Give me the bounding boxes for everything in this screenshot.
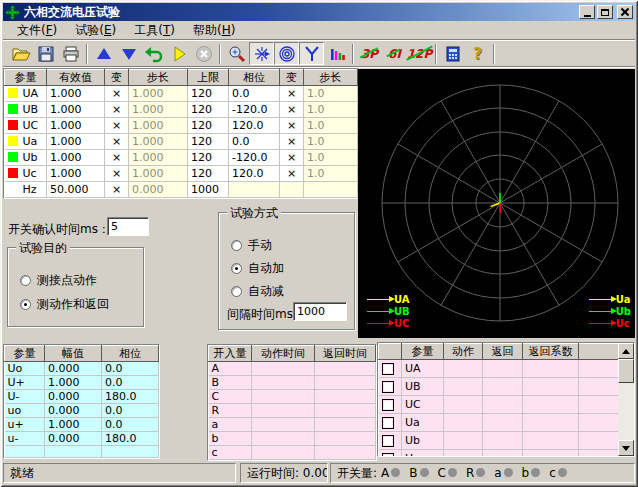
mode-12p-button[interactable]: 12P xyxy=(407,42,432,65)
scroll-down-button[interactable] xyxy=(618,440,634,456)
col-header[interactable]: 参量 xyxy=(5,70,47,86)
vary-cell[interactable]: × xyxy=(105,102,129,118)
radio-button-icon[interactable] xyxy=(20,275,31,286)
interval-input[interactable] xyxy=(293,302,347,321)
row-checkbox[interactable] xyxy=(382,453,394,457)
step-up-button[interactable] xyxy=(91,42,116,65)
step-cell[interactable]: 1.0 xyxy=(304,166,358,182)
print-button[interactable] xyxy=(58,42,83,65)
rms-cell[interactable]: 1.000 xyxy=(47,118,105,134)
vary-cell[interactable]: × xyxy=(280,118,304,134)
mode-3p-button[interactable]: 3P xyxy=(357,42,382,65)
vary-cell[interactable]: × xyxy=(105,134,129,150)
harmonics-button[interactable] xyxy=(324,42,349,65)
radio-button-icon[interactable] xyxy=(231,240,242,251)
row-checkbox[interactable] xyxy=(382,399,394,411)
radio-button-icon[interactable] xyxy=(231,286,242,297)
rms-cell[interactable]: 50.000 xyxy=(47,182,105,198)
col-header[interactable]: 返回时间 xyxy=(315,346,376,362)
vary-cell[interactable]: × xyxy=(105,118,129,134)
vary-cell[interactable]: × xyxy=(105,150,129,166)
step-cell[interactable]: 1.000 xyxy=(129,150,188,166)
limit-cell[interactable]: 120 xyxy=(188,150,229,166)
limit-cell[interactable]: 120 xyxy=(188,102,229,118)
reset-button[interactable] xyxy=(141,42,166,65)
step-cell[interactable]: 1.0 xyxy=(304,118,358,134)
col-header[interactable]: 开入量 xyxy=(209,346,252,362)
radio-auto-decrease[interactable]: 自动减 xyxy=(231,283,284,300)
col-header[interactable]: 变 xyxy=(280,70,304,86)
radio-button-icon[interactable] xyxy=(20,299,31,310)
step-cell[interactable]: 1.0 xyxy=(304,86,358,102)
close-button[interactable] xyxy=(617,5,633,19)
radio-test-act-return[interactable]: 测动作和返回 xyxy=(20,296,109,313)
phase-cell[interactable]: 120.0 xyxy=(229,118,280,134)
col-header[interactable]: 相位 xyxy=(229,70,280,86)
radio-test-contact[interactable]: 测接点动作 xyxy=(20,272,97,289)
spiral-view-button[interactable] xyxy=(274,42,299,65)
limit-cell[interactable]: 120 xyxy=(188,86,229,102)
step-cell[interactable]: 1.000 xyxy=(129,166,188,182)
limit-cell[interactable]: 120 xyxy=(188,166,229,182)
col-header[interactable]: 返回系数 xyxy=(523,344,579,360)
menu-item-test[interactable]: 试验(E) xyxy=(67,20,124,41)
maximize-button[interactable] xyxy=(597,5,613,19)
calculator-button[interactable] xyxy=(440,42,465,65)
phase-cell[interactable]: 0.0 xyxy=(229,86,280,102)
app-icon[interactable] xyxy=(5,5,20,20)
col-header[interactable]: 返回 xyxy=(483,344,523,360)
rms-cell[interactable]: 1.000 xyxy=(47,102,105,118)
rms-cell[interactable]: 1.000 xyxy=(47,134,105,150)
open-button[interactable] xyxy=(8,42,33,65)
phasor-view-button[interactable] xyxy=(249,42,274,65)
step-cell[interactable]: 1.0 xyxy=(304,102,358,118)
limit-cell[interactable]: 1000 xyxy=(188,182,229,198)
col-header[interactable]: 幅值 xyxy=(45,346,102,362)
step-cell[interactable]: 1.000 xyxy=(129,134,188,150)
vary-cell[interactable]: × xyxy=(280,134,304,150)
row-checkbox[interactable] xyxy=(382,417,394,429)
menu-item-tools[interactable]: 工具(T) xyxy=(126,20,183,41)
radio-button-icon[interactable] xyxy=(231,263,242,274)
row-checkbox[interactable] xyxy=(382,363,394,375)
step-cell[interactable]: 1.000 xyxy=(129,118,188,134)
scroll-up-button[interactable] xyxy=(618,343,634,359)
scrollbar[interactable] xyxy=(618,343,634,456)
limit-cell[interactable]: 120 xyxy=(188,118,229,134)
phase-cell[interactable]: -120.0 xyxy=(229,102,280,118)
step-cell[interactable]: 1.0 xyxy=(304,134,358,150)
help-button[interactable]: ? xyxy=(465,42,490,65)
phase-cell[interactable]: -120.0 xyxy=(229,150,280,166)
zoom-button[interactable] xyxy=(224,42,249,65)
col-header[interactable]: 步长 xyxy=(304,70,358,86)
menu-item-help[interactable]: 帮助(H) xyxy=(185,20,243,41)
step-cell[interactable]: 1.0 xyxy=(304,150,358,166)
vary-cell[interactable]: × xyxy=(280,86,304,102)
phase-cell[interactable]: 0.0 xyxy=(229,134,280,150)
limit-cell[interactable]: 120 xyxy=(188,134,229,150)
vary-cell[interactable]: × xyxy=(280,102,304,118)
col-header[interactable]: 参量 xyxy=(402,344,444,360)
step-cell[interactable]: 1.000 xyxy=(129,102,188,118)
switch-confirm-input[interactable] xyxy=(107,217,149,236)
minimize-button[interactable] xyxy=(579,5,595,19)
radio-auto-increase[interactable]: 自动加 xyxy=(231,260,284,277)
rms-cell[interactable]: 1.000 xyxy=(47,166,105,182)
col-header[interactable]: 动作时间 xyxy=(252,346,315,362)
col-header[interactable]: 上限 xyxy=(188,70,229,86)
stop-button[interactable] xyxy=(191,42,216,65)
vary-cell[interactable]: × xyxy=(105,182,129,198)
rms-cell[interactable]: 1.000 xyxy=(47,150,105,166)
radio-manual[interactable]: 手动 xyxy=(231,237,272,254)
row-checkbox[interactable] xyxy=(382,435,394,447)
col-header[interactable]: 步长 xyxy=(129,70,188,86)
vary-cell[interactable]: × xyxy=(105,86,129,102)
start-button[interactable] xyxy=(166,42,191,65)
phase-cell[interactable]: 120.0 xyxy=(229,166,280,182)
rms-cell[interactable]: 1.000 xyxy=(47,86,105,102)
menu-item-file[interactable]: 文件(F) xyxy=(9,20,65,41)
col-header[interactable]: 动作 xyxy=(444,344,483,360)
col-header[interactable]: 变 xyxy=(105,70,129,86)
col-header[interactable]: 相位 xyxy=(102,346,159,362)
row-checkbox[interactable] xyxy=(382,381,394,393)
